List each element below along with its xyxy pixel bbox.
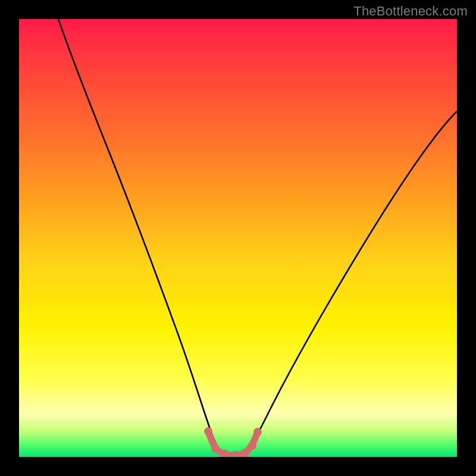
bottleneck-curve [58, 19, 457, 455]
svg-point-5 [248, 441, 256, 450]
svg-point-6 [253, 428, 262, 436]
plot-area [19, 19, 457, 457]
svg-point-1 [211, 444, 220, 453]
watermark-text: TheBottleneck.com [353, 4, 468, 19]
chart-frame: TheBottleneck.com [0, 0, 476, 476]
svg-point-0 [204, 427, 212, 436]
chart-svg [19, 19, 457, 457]
svg-point-4 [241, 449, 249, 457]
